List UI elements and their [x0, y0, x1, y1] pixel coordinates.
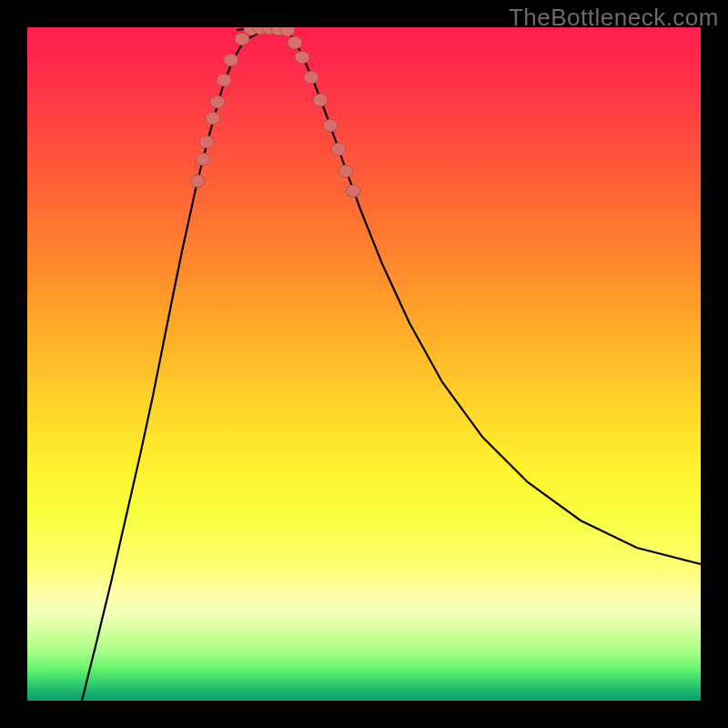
chart-svg — [27, 27, 701, 701]
data-marker — [331, 143, 346, 156]
data-marker — [339, 165, 353, 177]
data-marker — [280, 27, 295, 36]
data-marker — [323, 119, 338, 132]
plot-area — [27, 27, 701, 701]
marker-group — [190, 27, 360, 197]
data-marker — [304, 71, 318, 84]
data-marker — [210, 96, 225, 108]
data-marker — [224, 54, 238, 66]
data-marker — [295, 51, 309, 64]
data-marker — [206, 112, 220, 125]
data-marker — [199, 136, 214, 148]
curve-left-branch — [82, 30, 264, 701]
watermark-text: TheBottleneck.com — [509, 4, 719, 32]
data-marker — [196, 153, 210, 166]
data-marker — [288, 36, 302, 49]
data-marker — [313, 94, 328, 106]
data-marker — [346, 185, 360, 197]
curve-group — [82, 28, 701, 701]
data-marker — [190, 175, 205, 187]
chart-stage: TheBottleneck.com — [0, 0, 728, 728]
curve-right-branch — [288, 30, 701, 564]
data-marker — [217, 74, 231, 86]
